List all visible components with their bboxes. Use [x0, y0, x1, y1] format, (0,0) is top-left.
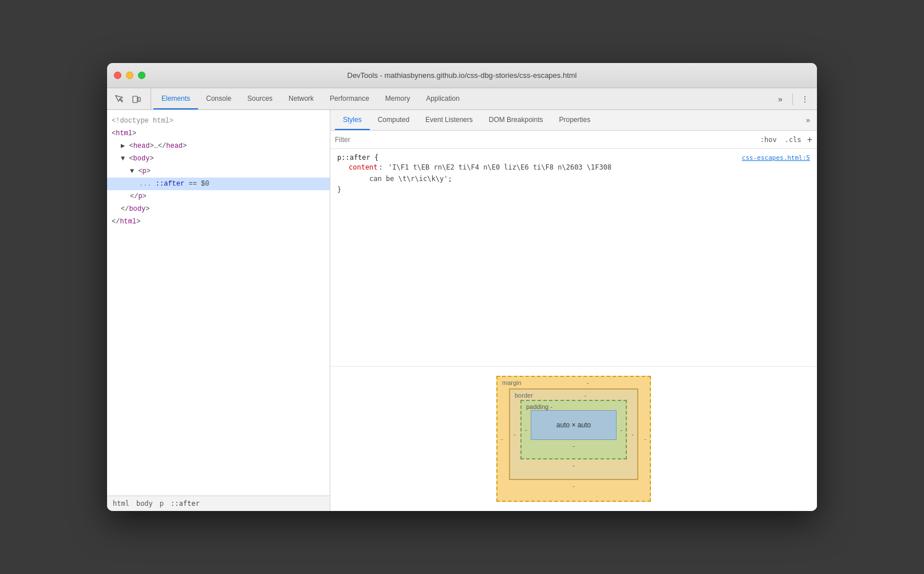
- tab-console[interactable]: Console: [198, 88, 239, 109]
- bm-margin-right[interactable]: -: [644, 435, 646, 442]
- css-value-1: 'I\F1 t\EB rn\E2 ti\F4 n\E0 liz\E6 ti\F8…: [384, 162, 611, 173]
- css-source-link[interactable]: css-escapes.html:5: [742, 154, 810, 162]
- main-content: <!doctype html> <html> ▶ <head>…</head> …: [107, 110, 817, 511]
- tab-sources[interactable]: Sources: [239, 88, 281, 109]
- bm-content: auto × auto: [531, 410, 617, 440]
- bm-margin-top[interactable]: -: [587, 379, 589, 386]
- bm-border: border - - - padding - - -: [509, 388, 638, 480]
- filter-add-button[interactable]: +: [807, 135, 812, 145]
- css-property: content: [349, 162, 378, 173]
- box-model-section: margin - - - border - - - padding: [330, 366, 817, 511]
- dom-doctype[interactable]: <!doctype html>: [107, 115, 330, 127]
- tab-application[interactable]: Application: [418, 88, 468, 109]
- svg-rect-0: [133, 96, 137, 103]
- bm-padding: padding - - - auto × auto -: [520, 400, 627, 459]
- tab-elements[interactable]: Elements: [153, 88, 198, 109]
- bm-border-top[interactable]: -: [585, 392, 587, 399]
- css-property-line: content: 'I\F1 t\EB rn\E2 ti\F4 n\E0 liz…: [337, 162, 810, 173]
- bm-padding-left[interactable]: -: [525, 426, 527, 433]
- tab-memory[interactable]: Memory: [377, 88, 418, 109]
- device-mode-icon[interactable]: [129, 92, 144, 107]
- toolbar-more: » ⋮: [773, 88, 812, 109]
- css-selector: p::after {: [337, 154, 378, 162]
- box-model: margin - - - border - - - padding: [496, 376, 651, 502]
- bm-content-size: auto × auto: [556, 421, 591, 429]
- dom-close-body[interactable]: </body>: [107, 203, 330, 215]
- filter-hov-button[interactable]: :hov: [758, 135, 779, 145]
- bm-padding-right[interactable]: -: [620, 426, 622, 433]
- dom-html[interactable]: <html>: [107, 127, 330, 140]
- bm-padding-bottom[interactable]: -: [531, 442, 617, 449]
- subtab-properties[interactable]: Properties: [551, 110, 598, 130]
- dom-panel: <!doctype html> <html> ▶ <head>…</head> …: [107, 110, 330, 511]
- traffic-lights: [114, 72, 145, 79]
- tab-performance[interactable]: Performance: [322, 88, 377, 109]
- dom-body[interactable]: ▼ <body>: [107, 152, 330, 165]
- dom-p[interactable]: ▼ <p>: [107, 165, 330, 178]
- more-tabs-button[interactable]: »: [773, 92, 788, 107]
- subtab-computed[interactable]: Computed: [370, 110, 417, 130]
- bm-margin-bottom[interactable]: -: [509, 482, 638, 489]
- titlebar: DevTools - mathiasbynens.github.io/css-d…: [107, 63, 817, 88]
- bm-border-right[interactable]: -: [631, 431, 634, 438]
- dom-close-p[interactable]: </p>: [107, 190, 330, 203]
- minimize-button[interactable]: [126, 72, 133, 79]
- bm-padding-label: padding -: [526, 403, 552, 410]
- devtools-window: DevTools - mathiasbynens.github.io/css-d…: [107, 63, 817, 511]
- bm-border-label: border: [515, 392, 533, 399]
- css-value-continuation: can be \t\r\ic\k\y';: [337, 173, 810, 184]
- css-rules-area: p::after { css-escapes.html:5 content: '…: [330, 149, 817, 366]
- svg-rect-1: [138, 97, 140, 101]
- breadcrumb-p[interactable]: p: [160, 500, 164, 508]
- subtab-dom-breakpoints[interactable]: DOM Breakpoints: [481, 110, 551, 130]
- main-toolbar: Elements Console Sources Network Perform…: [107, 88, 817, 110]
- dom-tree[interactable]: <!doctype html> <html> ▶ <head>…</head> …: [107, 110, 330, 496]
- css-rule: p::after { css-escapes.html:5 content: '…: [337, 154, 810, 194]
- dom-head[interactable]: ▶ <head>…</head>: [107, 140, 330, 152]
- sub-tab-more-button[interactable]: »: [804, 110, 812, 130]
- breadcrumb-html[interactable]: html: [113, 500, 129, 508]
- devtools-menu-button[interactable]: ⋮: [797, 92, 812, 107]
- bm-border-left[interactable]: -: [514, 431, 516, 438]
- breadcrumb-after[interactable]: ::after: [171, 500, 200, 508]
- filter-cls-button[interactable]: .cls: [783, 135, 804, 145]
- dom-close-html[interactable]: </html>: [107, 215, 330, 228]
- bm-margin: margin - - - border - - - padding: [496, 376, 651, 502]
- css-value-2: can be \t\r\ic\k\y';: [349, 173, 452, 184]
- tab-network[interactable]: Network: [281, 88, 322, 109]
- breadcrumb-body[interactable]: body: [136, 500, 153, 508]
- inspect-icon[interactable]: [112, 92, 127, 107]
- css-selector-line: p::after { css-escapes.html:5: [337, 154, 810, 162]
- filter-bar: :hov .cls +: [330, 131, 817, 149]
- close-button[interactable]: [114, 72, 121, 79]
- bm-margin-label: margin: [502, 379, 522, 386]
- subtab-event-listeners[interactable]: Event Listeners: [417, 110, 481, 130]
- css-close-brace: }: [337, 186, 810, 194]
- filter-input[interactable]: [335, 136, 755, 144]
- sub-tabs: Styles Computed Event Listeners DOM Brea…: [330, 110, 817, 131]
- window-title: DevTools - mathiasbynens.github.io/css-d…: [347, 71, 576, 80]
- breadcrumb-bar: html body p ::after: [107, 496, 330, 511]
- bm-margin-left[interactable]: -: [501, 435, 503, 442]
- dom-after[interactable]: ... ::after == $0: [107, 178, 330, 190]
- bm-border-bottom[interactable]: -: [520, 462, 627, 469]
- toolbar-icons: [112, 88, 151, 109]
- subtab-styles[interactable]: Styles: [335, 110, 370, 130]
- styles-panel: Styles Computed Event Listeners DOM Brea…: [330, 110, 817, 511]
- maximize-button[interactable]: [138, 72, 145, 79]
